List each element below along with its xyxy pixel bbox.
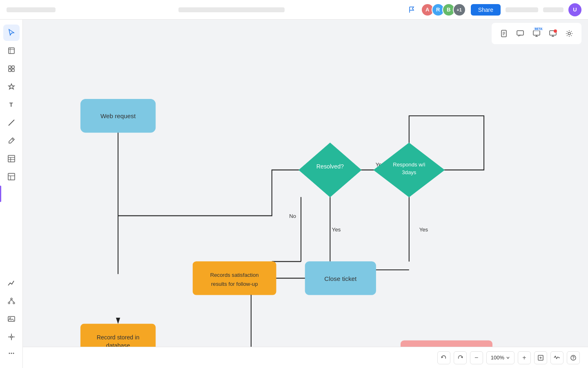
avatar-group: A R B +1	[421, 3, 466, 16]
undo-button[interactable]	[437, 351, 450, 364]
sidebar-item-image[interactable]	[3, 311, 20, 327]
svg-line-34	[11, 300, 14, 302]
activity-button[interactable]	[550, 351, 564, 364]
topbar-left	[7, 7, 56, 12]
avatar-count: +1	[453, 3, 466, 16]
svg-text:Responds w/i: Responds w/i	[393, 162, 425, 168]
sidebar-tab-indicator	[0, 186, 1, 202]
sidebar-item-components[interactable]	[3, 61, 20, 77]
svg-rect-17	[12, 66, 14, 68]
toolbar-settings-button[interactable]	[562, 26, 577, 41]
svg-marker-60	[299, 143, 361, 197]
toolbar-file-button[interactable]	[497, 26, 511, 41]
flag-icon[interactable]	[408, 6, 416, 14]
svg-rect-13	[9, 48, 14, 54]
svg-rect-23	[8, 155, 15, 162]
svg-text:results for follow-up: results for follow-up	[211, 281, 258, 287]
svg-point-37	[11, 336, 12, 338]
canvas-area[interactable]: Web request Resolved? No Yes Responds w/…	[23, 20, 588, 368]
sidebar-item-chart[interactable]	[3, 275, 20, 291]
svg-point-36	[9, 318, 11, 319]
sidebar: T	[0, 20, 23, 368]
main-layout: T	[0, 20, 588, 368]
help-button[interactable]: ?	[567, 351, 580, 364]
svg-text:No: No	[289, 213, 296, 219]
svg-point-12	[568, 32, 570, 35]
svg-text:Yes: Yes	[419, 227, 428, 233]
sidebar-item-table[interactable]	[3, 150, 20, 167]
svg-line-22	[12, 139, 13, 140]
breadcrumb	[178, 7, 285, 12]
svg-text:Resolved?: Resolved?	[316, 163, 344, 170]
svg-line-21	[9, 120, 14, 126]
svg-text:?: ?	[572, 356, 575, 360]
zoom-level-text: 100%	[491, 355, 504, 361]
bottom-bar: − 100% + ?	[23, 347, 588, 368]
toolbar: BETA	[492, 23, 581, 44]
svg-text:Web request: Web request	[100, 112, 136, 119]
sidebar-item-favorites[interactable]	[3, 79, 20, 95]
topbar: A R B +1 Share U	[0, 0, 588, 20]
toolbar-share-screen-button[interactable]	[546, 26, 560, 41]
zoom-display[interactable]: 100%	[486, 351, 514, 364]
svg-text:T: T	[9, 101, 13, 108]
topbar-title	[7, 7, 56, 12]
topbar-center	[178, 7, 285, 12]
sidebar-item-more[interactable]	[3, 347, 20, 363]
svg-point-43	[11, 353, 12, 354]
svg-rect-4	[517, 31, 523, 35]
svg-text:Records satisfaction: Records satisfaction	[210, 272, 259, 278]
svg-point-32	[13, 302, 15, 304]
sidebar-item-frames[interactable]	[3, 43, 20, 59]
svg-point-9	[554, 29, 557, 33]
share-button[interactable]: Share	[471, 4, 501, 16]
svg-text:3days: 3days	[402, 169, 416, 175]
sidebar-item-network[interactable]	[3, 293, 20, 309]
redo-button[interactable]	[454, 351, 467, 364]
sidebar-item-cursor[interactable]	[3, 25, 20, 41]
svg-text:Yes: Yes	[332, 227, 341, 233]
sidebar-item-text[interactable]: T	[3, 96, 20, 113]
topbar-action-2	[543, 7, 564, 12]
svg-rect-5	[533, 31, 540, 35]
svg-rect-27	[8, 173, 15, 180]
user-avatar[interactable]: U	[568, 3, 581, 16]
sidebar-item-template[interactable]	[3, 168, 20, 185]
svg-rect-18	[9, 69, 11, 72]
svg-marker-74	[116, 318, 120, 324]
zoom-in-button[interactable]: +	[518, 351, 531, 364]
svg-line-33	[9, 300, 11, 302]
topbar-right: A R B +1 Share U	[408, 3, 581, 16]
svg-rect-71	[193, 262, 276, 295]
svg-rect-19	[12, 69, 14, 72]
svg-point-42	[9, 353, 10, 354]
topbar-action-1	[506, 7, 538, 12]
zoom-in-icon: +	[522, 354, 526, 361]
sidebar-item-embed[interactable]	[3, 329, 20, 345]
svg-rect-16	[9, 66, 11, 68]
sidebar-item-pencil[interactable]	[3, 132, 20, 149]
beta-badge: BETA	[534, 27, 543, 31]
svg-point-30	[11, 298, 12, 300]
toolbar-present-button[interactable]: BETA	[529, 26, 544, 41]
toolbar-comment-button[interactable]	[513, 26, 528, 41]
flowchart: Web request Resolved? No Yes Responds w/…	[47, 69, 505, 368]
sidebar-item-line[interactable]	[3, 114, 20, 131]
svg-text:Record stored in: Record stored in	[97, 334, 140, 341]
zoom-out-button[interactable]: −	[470, 351, 483, 364]
svg-point-31	[8, 302, 10, 304]
zoom-out-icon: −	[474, 354, 478, 361]
svg-text:Close ticket: Close ticket	[324, 275, 357, 282]
svg-point-44	[13, 353, 14, 354]
fit-view-button[interactable]	[534, 351, 547, 364]
